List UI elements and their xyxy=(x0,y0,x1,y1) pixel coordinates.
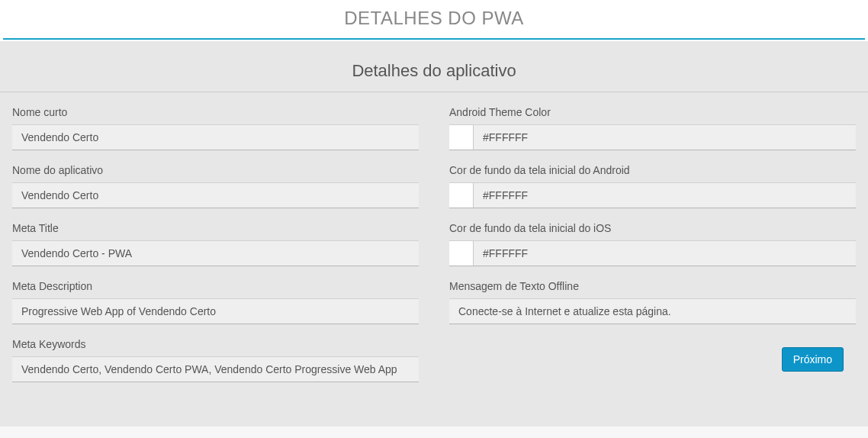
app-name-label: Nome do aplicativo xyxy=(12,164,419,176)
short-name-label: Nome curto xyxy=(12,106,419,118)
android-theme-color-input[interactable] xyxy=(474,124,856,150)
accent-divider xyxy=(3,38,865,40)
left-column: Nome curto Nome do aplicativo Meta Title… xyxy=(12,97,419,396)
pwa-details-panel: DETALHES DO PWA Detalhes do aplicativo N… xyxy=(0,0,868,427)
field-android-bg-color: Cor de fundo da tela inicial do Android xyxy=(449,164,856,208)
meta-description-input[interactable] xyxy=(12,298,419,324)
field-app-name: Nome do aplicativo xyxy=(12,164,419,208)
field-meta-description: Meta Description xyxy=(12,280,419,324)
app-details-section: Detalhes do aplicativo Nome curto Nome d… xyxy=(0,41,868,427)
divider xyxy=(0,92,868,92)
android-theme-color-label: Android Theme Color xyxy=(449,106,856,118)
android-bg-color-input[interactable] xyxy=(474,182,856,208)
field-meta-title: Meta Title xyxy=(12,222,419,266)
page-title: DETALHES DO PWA xyxy=(0,0,868,38)
meta-keywords-input[interactable] xyxy=(12,356,419,382)
field-android-theme-color: Android Theme Color xyxy=(449,106,856,150)
meta-keywords-label: Meta Keywords xyxy=(12,338,419,350)
offline-message-label: Mensagem de Texto Offline xyxy=(449,280,856,292)
offline-message-input[interactable] xyxy=(449,298,856,324)
actions-bar: Próximo xyxy=(449,347,856,372)
ios-bg-color-label: Cor de fundo da tela inicial do iOS xyxy=(449,222,856,234)
meta-title-label: Meta Title xyxy=(12,222,419,234)
meta-description-label: Meta Description xyxy=(12,280,419,292)
field-offline-message: Mensagem de Texto Offline xyxy=(449,280,856,324)
app-name-input[interactable] xyxy=(12,182,419,208)
right-column: Android Theme Color Cor de fundo da tela… xyxy=(449,97,856,396)
short-name-input[interactable] xyxy=(12,124,419,150)
meta-title-input[interactable] xyxy=(12,240,419,266)
android-bg-color-swatch[interactable] xyxy=(449,182,474,208)
field-short-name: Nome curto xyxy=(12,106,419,150)
ios-bg-color-swatch[interactable] xyxy=(449,240,474,266)
android-theme-color-swatch[interactable] xyxy=(449,124,474,150)
form-row: Nome curto Nome do aplicativo Meta Title… xyxy=(0,97,868,396)
field-meta-keywords: Meta Keywords xyxy=(12,338,419,382)
ios-bg-color-input[interactable] xyxy=(474,240,856,266)
section-title: Detalhes do aplicativo xyxy=(0,55,868,92)
field-ios-bg-color: Cor de fundo da tela inicial do iOS xyxy=(449,222,856,266)
android-bg-color-label: Cor de fundo da tela inicial do Android xyxy=(449,164,856,176)
next-button[interactable]: Próximo xyxy=(782,347,844,372)
